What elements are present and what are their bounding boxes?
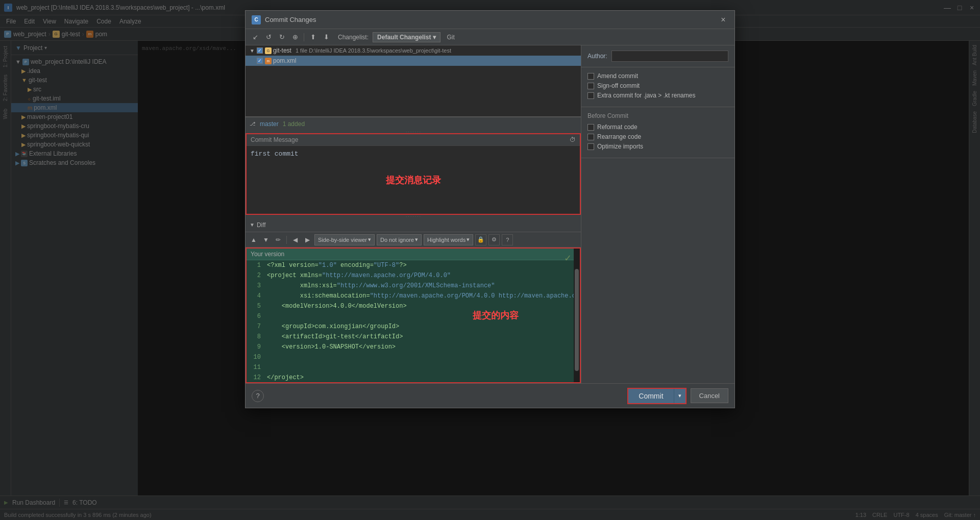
- line-content-3: xmlns:xsi="http://www.w3.org/2001/XMLSch…: [265, 281, 580, 291]
- diff-header-label: Diff: [257, 221, 266, 229]
- commit-options-section: Amend commit Sign-off commit Extra commi…: [581, 67, 734, 107]
- commit-button[interactable]: Commit: [628, 389, 673, 403]
- commit-message-input[interactable]: first commit: [247, 146, 344, 169]
- settings-btn[interactable]: ⚙: [488, 234, 500, 245]
- cancel-button[interactable]: Cancel: [691, 388, 728, 403]
- diff-edit-btn[interactable]: ✏: [273, 235, 283, 245]
- side-by-side-dropdown[interactable]: Side-by-side viewer: [314, 234, 375, 245]
- modal-right-panel: Author: Amend commit Sign-off commit: [581, 45, 734, 383]
- diff-content: Your version 1 <?xml version="1.0" encod…: [246, 247, 581, 383]
- diff-line-4: 4 xsi:schemaLocation="http://maven.apach…: [247, 291, 580, 301]
- diff-line-5: 5 <modelVersion>4.0.0</modelVersion>: [247, 301, 580, 311]
- amend-commit-row[interactable]: Amend commit: [587, 72, 728, 80]
- author-section: Author:: [581, 45, 734, 67]
- toolbar-group-btn[interactable]: ⊕: [289, 32, 301, 43]
- modal-close-button[interactable]: ×: [718, 15, 728, 25]
- file-tree-root-info: 1 file D:\IntelliJ IDEA 2018.3.5\workspa…: [296, 47, 451, 54]
- line-num-5: 5: [247, 301, 265, 311]
- ignore-dropdown[interactable]: Do not ignore: [377, 234, 422, 245]
- modal-title-bar: C Commit Changes ×: [246, 11, 734, 29]
- commit-btn-group: Commit ▾: [627, 388, 686, 404]
- branch-icon: ⎇: [250, 121, 256, 127]
- author-input[interactable]: [611, 51, 728, 62]
- optimize-checkbox[interactable]: [587, 143, 594, 150]
- rearrange-checkbox[interactable]: [587, 134, 594, 140]
- file-tree-item-pom[interactable]: ✓ m pom.xml: [246, 56, 581, 66]
- amend-label: Amend commit: [597, 72, 638, 80]
- changelist-dropdown[interactable]: Default Changelist: [373, 32, 440, 42]
- help-diff-btn[interactable]: ?: [502, 234, 513, 245]
- file-tree-root-label: git-test: [273, 47, 291, 54]
- pom-xml-icon: m: [265, 58, 272, 64]
- extra-label: Extra commit for .java > .kt renames: [597, 92, 695, 99]
- toolbar-redo-btn[interactable]: ↻: [276, 32, 287, 43]
- diff-down-btn[interactable]: ▼: [261, 235, 271, 245]
- branch-name: master: [260, 120, 279, 128]
- diff-line-11: 11: [247, 362, 580, 373]
- optimize-imports-row[interactable]: Optimize imports: [587, 143, 728, 150]
- git-label: Git: [447, 34, 454, 41]
- line-content-7: <groupId>com.xiongjian</groupId>: [265, 321, 580, 332]
- rearrange-label: Rearrange code: [597, 133, 641, 140]
- before-commit-heading: Before Commit: [587, 112, 728, 119]
- toolbar-down-btn[interactable]: ⬇: [321, 32, 332, 43]
- highlight-dropdown[interactable]: Highlight words: [424, 234, 473, 245]
- author-row: Author:: [587, 51, 728, 62]
- line-content-5: <modelVersion>4.0.0</modelVersion>: [265, 301, 580, 311]
- file-tree-root[interactable]: ▼ ✓ G git-test 1 file D:\IntelliJ IDEA 2…: [246, 45, 581, 56]
- line-content-1: <?xml version="1.0" encoding="UTF-8"?>: [265, 260, 580, 270]
- line-num-10: 10: [247, 352, 265, 362]
- commit-changes-dialog: C Commit Changes × ↙ ↺ ↻ ⊕ ⬆ ⬇ Changelis…: [245, 10, 735, 408]
- root-checkbox[interactable]: ✓: [257, 47, 263, 54]
- ignore-label: Do not ignore: [380, 237, 414, 243]
- branch-info: ⎇ master 1 added: [246, 117, 581, 130]
- diff-section: ▼ Diff ▲ ▼ ✏ ◀ ▶ Side-by-side viewer: [246, 218, 581, 383]
- help-icon: ?: [256, 392, 259, 400]
- diff-next-btn[interactable]: ▶: [302, 235, 312, 245]
- amend-checkbox[interactable]: [587, 73, 594, 80]
- diff-line-12: 12 </project>: [247, 373, 580, 383]
- signoff-commit-row[interactable]: Sign-off commit: [587, 82, 728, 89]
- toolbar-move-btn[interactable]: ↙: [250, 32, 261, 43]
- diff-line-6: 6: [247, 311, 580, 321]
- pom-checkbox[interactable]: ✓: [257, 58, 263, 64]
- line-content-6: [265, 311, 580, 321]
- toolbar-undo-btn[interactable]: ↺: [263, 32, 274, 43]
- toolbar-sep1: [304, 33, 304, 41]
- line-content-9: <version>1.0-SNAPSHOT</version>: [265, 342, 580, 352]
- changelist-value: Default Changelist: [377, 34, 431, 41]
- diff-scrollbar-thumb[interactable]: [575, 269, 579, 371]
- line-num-9: 9: [247, 342, 265, 352]
- extra-checkbox[interactable]: [587, 92, 594, 99]
- diff-up-btn[interactable]: ▲: [249, 235, 259, 245]
- rearrange-code-row[interactable]: Rearrange code: [587, 133, 728, 140]
- lock-btn[interactable]: 🔒: [475, 234, 486, 245]
- help-button[interactable]: ?: [252, 390, 264, 402]
- before-commit-section: Before Commit Reformat code Rearrange co…: [581, 107, 734, 158]
- file-tree-area: ▼ ✓ G git-test 1 file D:\IntelliJ IDEA 2…: [246, 45, 581, 117]
- commit-message-body: first commit 提交消息记录: [247, 146, 580, 214]
- line-content-2: <project xmlns="http://maven.apache.org/…: [265, 270, 580, 281]
- line-content-11: [265, 362, 580, 373]
- commit-message-options-icon[interactable]: ⏱: [570, 136, 576, 143]
- commit-dropdown-button[interactable]: ▾: [674, 389, 685, 403]
- diff-scrollbar[interactable]: [574, 249, 580, 382]
- branch-status: 1 added: [283, 120, 305, 128]
- diff-expand-icon[interactable]: ▼: [250, 222, 255, 228]
- diff-version-label: Your version: [251, 251, 284, 258]
- reformat-code-row[interactable]: Reformat code: [587, 123, 728, 131]
- signoff-checkbox[interactable]: [587, 83, 594, 89]
- line-num-3: 3: [247, 281, 265, 291]
- signoff-label: Sign-off commit: [597, 82, 640, 89]
- modal-app-icon: C: [252, 15, 261, 24]
- diff-header-text: ▼ Diff: [250, 221, 577, 229]
- reformat-checkbox[interactable]: [587, 124, 594, 131]
- diff-prev-btn[interactable]: ◀: [290, 235, 300, 245]
- extra-commit-row[interactable]: Extra commit for .java > .kt renames: [587, 92, 728, 99]
- line-num-11: 11: [247, 362, 265, 373]
- toolbar-up-btn[interactable]: ⬆: [307, 32, 318, 43]
- commit-message-header: Commit Message ⏱: [247, 134, 580, 146]
- modal-overlay: C Commit Changes × ↙ ↺ ↻ ⊕ ⬆ ⬇ Changelis…: [0, 0, 980, 520]
- diff-line-3: 3 xmlns:xsi="http://www.w3.org/2001/XMLS…: [247, 281, 580, 291]
- diff-line-1: 1 <?xml version="1.0" encoding="UTF-8"?>: [247, 260, 580, 270]
